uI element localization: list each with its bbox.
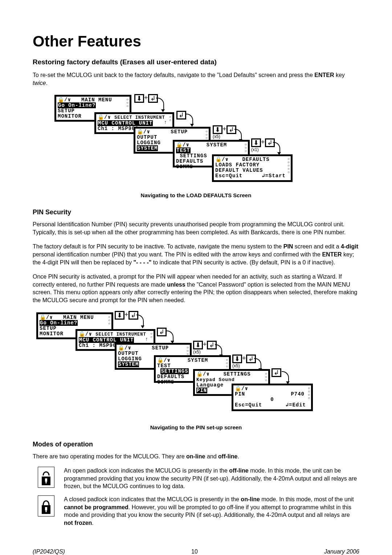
footer-date: January 2006 [324,548,359,555]
nav-note2-x5a: (x5) [193,349,201,355]
footer-page-number: 10 [191,548,198,555]
open-padlock-icon [38,467,54,488]
diagram-pin-setup: 🔒/∨ MAIN MENU ○○○ Go On-line? SETUP MONI… [36,311,359,420]
key-down-enter-icon-2: ⬇+↲ [251,138,275,147]
diagram1-caption: Navigating to the LOAD DEFAULTS Screen [33,192,359,198]
diagram2-caption: Navigating to the PIN set-up screen [33,424,359,430]
section-pin-heading: PIN Security [33,208,359,216]
svg-rect-2 [46,481,47,483]
nav-note2-x5b: (x5) [232,363,240,368]
section-pin-p1: Personal Identification Number (PIN) sec… [33,220,359,236]
nav-note-x1: (x1) [251,147,259,152]
section-modes-p1: There are two operating modes for the MC… [33,453,359,461]
key-icon-2a: ⬇+↲ [115,311,138,320]
key-enter-icon: ↲ [176,111,186,119]
section-restoring-p1: To re-set the MCULOG unit back to the fa… [33,71,359,87]
key-icon-2e: ↲ [271,368,281,377]
section-restoring-heading: Restoring factory defaults (Erases all u… [33,58,359,66]
lcd-defaults: 🔒/∨ DEFAULTS ○○○○○ LOADS FACTORY DEFAULT… [212,154,293,182]
mode-offline-text: An open padlock icon indicates the MCULO… [64,467,359,490]
page-footer: (IP2042/QS) 10 January 2006 [33,548,359,555]
key-down-enter-icon: ⬇+↲ [213,125,236,134]
key-icon-2b: ↲ [157,328,167,336]
section-modes-heading: Modes of operation [33,441,359,448]
closed-padlock-icon [38,495,54,516]
key-down-icon: ⬇+↲ [134,94,158,103]
section-pin-p3: Once PIN security is activated, a prompt… [33,273,359,304]
nav-note-x5: (x5) [213,134,220,139]
lcd2-pin: 🔒/∨ ○○○○ PINP740 0 Esc=Quit↲=Edit [232,384,313,411]
footer-left: (IP2042/QS) [33,548,65,555]
key-icon-2c: ⬇+↲ [193,341,217,349]
mode-online-text: A closed padlock icon indicates that the… [64,495,359,527]
section-pin-p2: The factory default is for PIN security … [33,243,359,266]
diagram-load-defaults: 🔒/∨ MAIN MENU ○○○ Go On-line? SETUP MONI… [54,93,359,188]
svg-rect-5 [46,510,47,512]
key-icon-2d: ⬇+↲ [232,355,256,363]
page-title: Other Features [33,33,359,50]
